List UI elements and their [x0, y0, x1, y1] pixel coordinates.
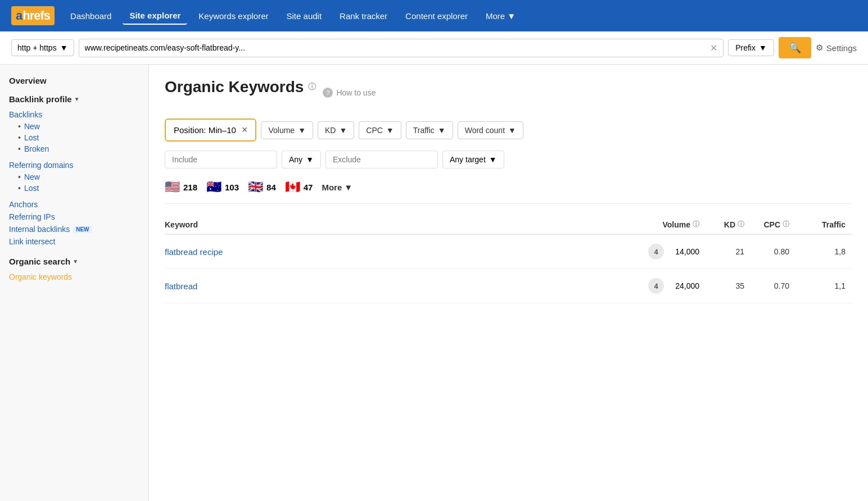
nav-more[interactable]: More ▼: [479, 8, 522, 24]
th-keyword: Keyword: [165, 220, 639, 229]
chevron-down-icon: ▼: [60, 43, 68, 52]
info-icon[interactable]: ⓘ: [783, 220, 789, 229]
sidebar-overview: Overview: [9, 76, 139, 85]
cpc-cell: 0.80: [751, 247, 796, 256]
sidebar-item-backlinks-broken[interactable]: Broken: [18, 143, 139, 154]
info-icon[interactable]: ⓘ: [308, 82, 316, 92]
sidebar-item-internal-backlinks[interactable]: Internal backlinks NEW: [9, 223, 139, 235]
word-count-filter-button[interactable]: Word count ▼: [458, 121, 523, 139]
search-button[interactable]: 🔍: [779, 37, 811, 58]
gear-icon: ⚙: [816, 43, 823, 53]
traffic-filter-button[interactable]: Traffic ▼: [406, 121, 453, 139]
url-input[interactable]: [85, 43, 707, 52]
page-title: Organic Keywords ⓘ: [165, 78, 316, 96]
table-header: Keyword Volume ⓘ KD ⓘ CPC ⓘ Traffic: [165, 215, 852, 235]
how-to-use[interactable]: ? How to use: [323, 88, 376, 98]
sidebar-item-backlinks-new[interactable]: New: [18, 121, 139, 132]
chevron-down-icon: ▼: [74, 96, 80, 102]
chevron-down-icon: ▼: [344, 183, 352, 192]
gb-flag: 🇬🇧: [248, 180, 263, 194]
cpc-filter-button[interactable]: CPC ▼: [359, 121, 401, 139]
volume-cell: 4 24,000: [639, 278, 706, 294]
kd-cell: 35: [706, 281, 751, 290]
exclude-input[interactable]: [326, 151, 438, 168]
settings-button[interactable]: ⚙ Settings: [816, 43, 857, 53]
help-icon: ?: [323, 88, 333, 98]
info-icon[interactable]: ⓘ: [693, 220, 699, 229]
chevron-down-icon: ▼: [386, 126, 394, 135]
logo-hrefs: hrefs: [22, 8, 50, 23]
more-countries-button[interactable]: More ▼: [322, 183, 352, 192]
country-us[interactable]: 🇺🇸 218: [165, 180, 197, 194]
top-navigation: a hrefs Dashboard Site explorer Keywords…: [0, 0, 868, 31]
main-content: Organic Keywords ⓘ ? How to use Position…: [149, 65, 868, 501]
protocol-select[interactable]: http + https ▼: [11, 39, 74, 56]
include-input[interactable]: [165, 151, 277, 168]
any-target-select[interactable]: Any target ▼: [442, 151, 504, 168]
keyword-link[interactable]: flatbread: [165, 281, 197, 291]
sidebar-item-referring-ips[interactable]: Referring IPs: [9, 211, 139, 223]
url-input-wrap: ✕: [79, 39, 724, 57]
sidebar-item-referring-domains[interactable]: Referring domains: [9, 159, 139, 171]
filters-row-1: Position: Min–10 × Volume ▼ KD ▼ CPC ▼ T…: [165, 119, 852, 142]
nav-content-explorer[interactable]: Content explorer: [399, 8, 474, 24]
traffic-cell: 1,8: [796, 247, 852, 256]
search-icon: 🔍: [789, 42, 801, 53]
nav-site-audit[interactable]: Site audit: [280, 8, 329, 24]
filters-row-2: Any ▼ Any target ▼: [165, 151, 852, 168]
nav-rank-tracker[interactable]: Rank tracker: [333, 8, 394, 24]
sidebar-item-organic-keywords[interactable]: Organic keywords: [9, 271, 139, 283]
sidebar-organic-search[interactable]: Organic search ▼: [9, 257, 139, 266]
th-traffic: Traffic: [796, 220, 852, 229]
sidebar-item-referring-domains-lost[interactable]: Lost: [18, 183, 139, 194]
chevron-down-icon: ▼: [507, 11, 516, 21]
nav-dashboard[interactable]: Dashboard: [64, 8, 118, 24]
chevron-down-icon: ▼: [306, 155, 314, 164]
info-icon[interactable]: ⓘ: [738, 220, 744, 229]
country-au[interactable]: 🇦🇺 103: [206, 180, 239, 194]
sidebar-backlink-profile[interactable]: Backlink profile ▼: [9, 94, 139, 104]
position-filter[interactable]: Position: Min–10 ×: [165, 119, 256, 142]
country-gb[interactable]: 🇬🇧 84: [248, 180, 276, 194]
sidebar-item-link-intersect[interactable]: Link intersect: [9, 235, 139, 248]
logo-a: a: [16, 8, 22, 23]
logo[interactable]: a hrefs: [11, 6, 55, 25]
title-row: Organic Keywords ⓘ ? How to use: [165, 78, 852, 107]
th-volume: Volume ⓘ: [639, 220, 706, 229]
clear-url-button[interactable]: ✕: [710, 43, 717, 53]
sidebar-item-anchors[interactable]: Anchors: [9, 198, 139, 211]
chevron-down-icon: ▼: [508, 126, 516, 135]
prefix-select[interactable]: Prefix ▼: [728, 39, 774, 56]
sidebar-item-referring-domains-new[interactable]: New: [18, 171, 139, 183]
position-badge: 4: [648, 278, 664, 294]
clear-position-filter-button[interactable]: ×: [242, 124, 248, 136]
sidebar-item-backlinks-lost[interactable]: Lost: [18, 132, 139, 143]
keyword-cell: flatbread recipe: [165, 247, 639, 257]
volume-cell: 4 14,000: [639, 244, 706, 259]
kd-filter-button[interactable]: KD ▼: [318, 121, 354, 139]
au-flag: 🇦🇺: [206, 180, 221, 194]
chevron-down-icon: ▼: [339, 126, 347, 135]
any-select[interactable]: Any ▼: [282, 151, 321, 168]
chevron-down-icon: ▼: [73, 258, 78, 265]
sidebar-referring-domains-sub: New Lost: [9, 171, 139, 194]
ca-flag: 🇨🇦: [285, 180, 300, 194]
th-kd: KD ⓘ: [706, 220, 751, 229]
chevron-down-icon: ▼: [489, 155, 497, 164]
us-flag: 🇺🇸: [165, 180, 180, 194]
nav-site-explorer[interactable]: Site explorer: [123, 7, 187, 25]
traffic-cell: 1,1: [796, 281, 852, 290]
main-layout: Overview Backlink profile ▼ Backlinks Ne…: [0, 65, 868, 501]
sidebar-backlinks-sub: New Lost Broken: [9, 121, 139, 154]
kd-cell: 21: [706, 247, 751, 256]
volume-filter-button[interactable]: Volume ▼: [261, 121, 313, 139]
chevron-down-icon: ▼: [438, 126, 446, 135]
chevron-down-icon: ▼: [759, 43, 767, 52]
sidebar: Overview Backlink profile ▼ Backlinks Ne…: [0, 65, 149, 501]
keyword-cell: flatbread: [165, 281, 639, 291]
sidebar-item-backlinks[interactable]: Backlinks: [9, 108, 139, 121]
nav-keywords-explorer[interactable]: Keywords explorer: [192, 8, 275, 24]
keyword-link[interactable]: flatbread recipe: [165, 247, 223, 257]
country-ca[interactable]: 🇨🇦 47: [285, 180, 313, 194]
countries-row: 🇺🇸 218 🇦🇺 103 🇬🇧 84 🇨🇦 47 More ▼: [165, 180, 852, 204]
